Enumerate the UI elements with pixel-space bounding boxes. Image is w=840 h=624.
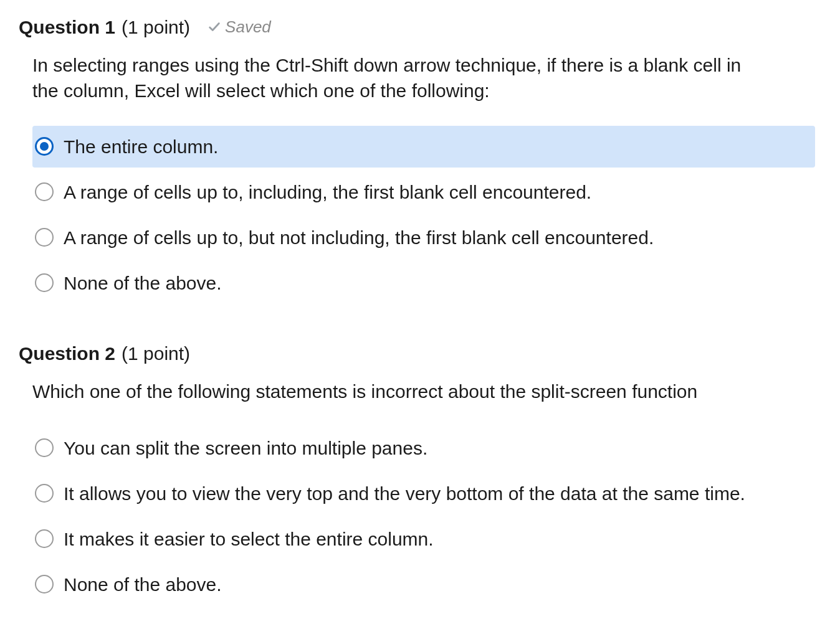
check-icon <box>208 20 221 34</box>
question-number: Question 1 <box>19 15 115 39</box>
question-header: Question 2 (1 point) <box>19 341 815 366</box>
quiz-page: Question 1 (1 point) Saved In selecting … <box>0 0 840 624</box>
options-group: The entire column. A range of cells up t… <box>32 126 815 304</box>
radio-icon <box>35 228 54 247</box>
option-1[interactable]: You can split the screen into multiple p… <box>32 427 815 469</box>
radio-icon <box>35 575 54 593</box>
saved-indicator: Saved <box>208 17 271 38</box>
option-label: It allows you to view the very top and t… <box>64 481 749 506</box>
radio-icon <box>35 137 54 156</box>
question-points: (1 point) <box>122 341 190 366</box>
question-prompt: In selecting ranges using the Ctrl-Shift… <box>32 53 768 103</box>
option-4[interactable]: None of the above. <box>32 564 815 605</box>
option-4[interactable]: None of the above. <box>32 262 815 304</box>
option-label: A range of cells up to, but not includin… <box>64 225 749 250</box>
option-label: You can split the screen into multiple p… <box>64 436 749 460</box>
question-block-2: Question 2 (1 point) Which one of the fo… <box>19 341 815 605</box>
option-3[interactable]: It makes it easier to select the entire … <box>32 518 815 560</box>
option-2[interactable]: A range of cells up to, including, the f… <box>32 171 815 213</box>
question-prompt: Which one of the following statements is… <box>32 379 768 405</box>
option-label: The entire column. <box>64 135 749 159</box>
saved-label: Saved <box>225 17 271 38</box>
question-points: (1 point) <box>122 15 190 39</box>
question-block-1: Question 1 (1 point) Saved In selecting … <box>19 15 815 304</box>
option-3[interactable]: A range of cells up to, but not includin… <box>32 217 815 258</box>
question-header: Question 1 (1 point) Saved <box>19 15 815 39</box>
radio-icon <box>35 529 54 548</box>
option-label: A range of cells up to, including, the f… <box>64 180 749 204</box>
radio-icon <box>35 438 54 457</box>
options-group: You can split the screen into multiple p… <box>32 427 815 605</box>
radio-icon <box>35 182 54 201</box>
option-label: It makes it easier to select the entire … <box>64 527 749 551</box>
option-label: None of the above. <box>64 271 749 295</box>
radio-icon <box>35 273 54 292</box>
question-number: Question 2 <box>19 341 115 366</box>
option-1[interactable]: The entire column. <box>32 126 815 168</box>
option-label: None of the above. <box>64 572 749 597</box>
option-2[interactable]: It allows you to view the very top and t… <box>32 473 815 514</box>
radio-icon <box>35 484 54 503</box>
